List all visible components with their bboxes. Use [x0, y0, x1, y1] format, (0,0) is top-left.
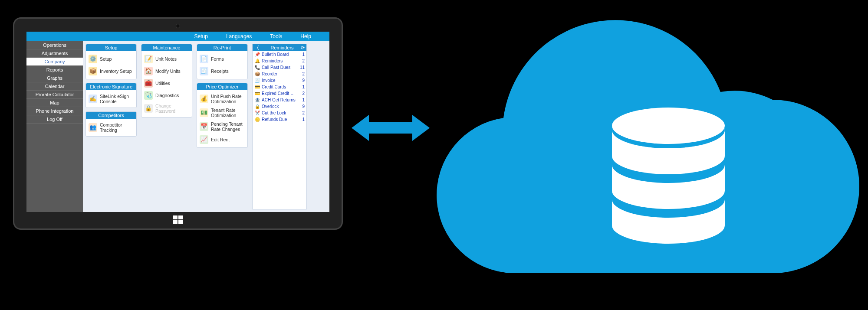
reminder-reminders[interactable]: 🔔Reminders2 — [253, 58, 306, 64]
menu-help[interactable]: Help — [300, 33, 311, 39]
tablet-device: Setup Languages Tools Help Operations Ad… — [13, 17, 343, 230]
panel-setup: Setup ⚙️ Setup 📦 Inventory Setup — [85, 44, 137, 79]
item-label: Modify Units — [155, 69, 181, 74]
card-icon: 💳 — [254, 91, 260, 96]
panel-maintenance: Maintenance 📝 Unit Notes 🏠 Modify Units … — [141, 44, 192, 117]
reminder-overlock[interactable]: 🔒Overlock9 — [253, 103, 306, 110]
item-diagnostics[interactable]: 🩺 Diagnostics — [143, 89, 190, 101]
item-edit-rent[interactable]: 📈 Edit Rent — [199, 134, 246, 146]
column-2: Maintenance 📝 Unit Notes 🏠 Modify Units … — [141, 44, 192, 209]
menu-setup[interactable]: Setup — [194, 33, 208, 39]
lock-icon: 🔒 — [144, 104, 153, 113]
item-label: SiteLink eSign Console — [100, 94, 134, 104]
panel-price-optimizer: Price Optimizer 💰 Unit Push Rate Optimiz… — [197, 83, 248, 148]
coin-icon: 🪙 — [254, 117, 260, 122]
sidebar-item-calendar[interactable]: Calendar — [26, 82, 83, 91]
item-label: Forms — [211, 56, 224, 62]
reminder-refunds[interactable]: 🪙Refunds Due1 — [253, 116, 306, 123]
people-icon: 👥 — [89, 123, 97, 132]
reminder-ach[interactable]: 🏦ACH Get Returns1 — [253, 97, 306, 103]
sidebar-item-operations[interactable]: Operations — [26, 41, 83, 49]
item-pending-changes[interactable]: 📅 Pending Tenant Rate Changes — [199, 120, 246, 134]
item-label: Unit Push Rate Optimization — [211, 94, 245, 104]
pin-icon: 📌 — [254, 52, 260, 57]
item-inventory-setup[interactable]: 📦 Inventory Setup — [88, 65, 135, 77]
signature-icon: ✍️ — [89, 95, 97, 103]
sidebar-item-adjustments[interactable]: Adjustments — [26, 49, 83, 58]
sidebar-item-phone[interactable]: Phone Integration — [26, 107, 83, 115]
phone-icon: 📞 — [254, 65, 260, 70]
item-tenant-rate[interactable]: 💵 Tenant Rate Optimization — [199, 106, 246, 120]
panel-title: Price Optimizer — [197, 83, 247, 90]
item-utilities[interactable]: 🧰 Utilities — [143, 77, 190, 89]
item-unit-notes[interactable]: 📝 Unit Notes — [143, 53, 190, 65]
sidebar-item-reports[interactable]: Reports — [26, 66, 83, 74]
bell-icon: 🔔 — [254, 59, 260, 63]
item-label: Pending Tenant Rate Changes — [211, 121, 245, 132]
camera-icon — [176, 24, 180, 28]
form-icon: 📄 — [200, 55, 208, 63]
panel-reminders: 〈 Reminders ⟳ 📌Bulletin Board1 🔔Reminder… — [252, 44, 307, 209]
sidebar-item-map[interactable]: Map — [26, 99, 83, 107]
item-receipts[interactable]: 🧾 Receipts — [199, 65, 246, 77]
sidebar: Operations Adjustments Company Reports G… — [26, 41, 83, 212]
item-label: Inventory Setup — [100, 69, 132, 74]
item-forms[interactable]: 📄 Forms — [199, 53, 246, 65]
item-label: Edit Rent — [211, 137, 230, 142]
windows-button[interactable] — [172, 215, 184, 225]
sidebar-item-logoff[interactable]: Log Off — [26, 115, 83, 124]
lock-icon: 🔒 — [254, 104, 260, 109]
receipt-icon: 🧾 — [200, 67, 208, 75]
reminder-credit-cards[interactable]: 💳Credit Cards1 — [253, 84, 306, 90]
panel-title: Reminders — [263, 45, 301, 50]
item-esign-console[interactable]: ✍️ SiteLink eSign Console — [88, 92, 135, 106]
reminder-call-past-dues[interactable]: 📞Call Past Dues11 — [253, 64, 306, 71]
item-competitor-tracking[interactable]: 👥 Competitor Tracking — [88, 121, 135, 134]
item-label: Competitor Tracking — [100, 122, 134, 133]
app-screen: Setup Languages Tools Help Operations Ad… — [26, 32, 329, 212]
menu-bar: Setup Languages Tools Help — [26, 32, 329, 41]
reminder-invoice[interactable]: 🧾Invoice9 — [253, 77, 306, 84]
reminder-reorder[interactable]: 📦Reorder2 — [253, 71, 306, 77]
reminder-bulletin[interactable]: 📌Bulletin Board1 — [253, 51, 306, 58]
item-unit-push-rate[interactable]: 💰 Unit Push Rate Optimization — [199, 92, 246, 106]
item-label: Receipts — [211, 69, 229, 74]
panel-title: Competitors — [86, 112, 136, 119]
svg-marker-0 — [352, 115, 430, 141]
refresh-icon[interactable]: ⟳ — [301, 45, 305, 51]
house-icon: 🏠 — [144, 67, 153, 75]
sidebar-item-graphs[interactable]: Graphs — [26, 74, 83, 82]
money-icon: 💵 — [200, 108, 208, 117]
toolbox-icon: 🧰 — [144, 79, 153, 88]
sidebar-item-prorate[interactable]: Prorate Calculator — [26, 91, 83, 99]
sidebar-item-company[interactable]: Company — [26, 58, 83, 66]
panel-esign: Electronic Signature ✍️ SiteLink eSign C… — [85, 83, 137, 108]
note-icon: 📝 — [144, 55, 153, 63]
chart-up-icon: 📈 — [200, 135, 208, 144]
item-label: Unit Notes — [155, 56, 177, 62]
panel-title: Setup — [86, 44, 136, 51]
bank-icon: 🏦 — [254, 98, 260, 102]
calendar-icon: 📅 — [200, 122, 208, 131]
item-label: Utilities — [155, 81, 170, 86]
panel-title: Maintenance — [141, 44, 192, 51]
menu-tools[interactable]: Tools — [270, 33, 282, 39]
menu-languages[interactable]: Languages — [226, 33, 252, 39]
panel-competitors: Competitors 👥 Competitor Tracking — [85, 111, 137, 137]
item-label: Setup — [100, 56, 112, 62]
item-setup[interactable]: ⚙️ Setup — [88, 53, 135, 65]
card-icon: 💳 — [254, 85, 260, 89]
svg-point-3 — [612, 108, 725, 144]
reminder-cut-lock[interactable]: ✂️Cut the Lock2 — [253, 110, 306, 116]
invoice-icon: 🧾 — [254, 78, 260, 83]
gear-icon: ⚙️ — [89, 55, 97, 63]
main-content: Setup ⚙️ Setup 📦 Inventory Setup Electro… — [83, 41, 329, 212]
stethoscope-icon: 🩺 — [144, 91, 153, 100]
item-modify-units[interactable]: 🏠 Modify Units — [143, 65, 190, 77]
back-icon[interactable]: 〈 — [254, 45, 259, 51]
column-3: Re-Print 📄 Forms 🧾 Receipts Price Optimi — [197, 44, 248, 209]
reminder-expired-cards[interactable]: 💳Expired Credit Car...2 — [253, 90, 306, 97]
column-1: Setup ⚙️ Setup 📦 Inventory Setup Electro… — [85, 44, 137, 209]
item-change-password: 🔒 Change Password — [143, 101, 190, 115]
box-icon: 📦 — [254, 72, 260, 76]
